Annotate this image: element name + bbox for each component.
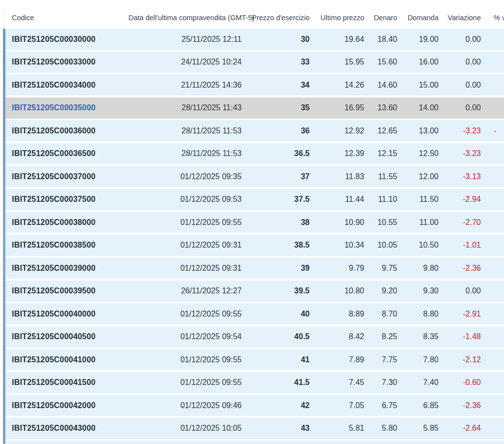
cell-last-trade-date: 01/12/2025 09:31 (128, 264, 242, 273)
cell-code[interactable]: IBIT251205C00040000 (5, 310, 128, 318)
table-row[interactable]: IBIT251205C00034000 21/11/2025 14:36 34 … (5, 74, 504, 95)
cell-bid: 8.70 (364, 310, 397, 318)
cell-code[interactable]: IBIT251205C00041000 (5, 355, 128, 364)
cell-last-price: 7.89 (310, 355, 364, 364)
cell-code[interactable]: IBIT251205C00030000 (5, 35, 128, 44)
cell-code[interactable]: IBIT251205C00041500 (5, 378, 128, 387)
cell-ask: 7.80 (397, 355, 439, 364)
cell-bid: 7.30 (364, 378, 397, 387)
table-row[interactable]: IBIT251205C00040500 01/12/2025 09:54 40.… (5, 326, 504, 348)
table-row[interactable]: IBIT251205C00035000 28/11/2025 11:43 35 … (5, 97, 504, 119)
table-row[interactable]: IBIT251205C00037000 01/12/2025 09:35 37 … (5, 166, 504, 187)
table-row[interactable]: IBIT251205C00040000 01/12/2025 09:55 40 … (5, 303, 504, 324)
table-row[interactable]: IBIT251205C00036500 28/11/2025 11:53 36.… (5, 143, 504, 164)
cell-change: -3.23 (439, 127, 481, 135)
cell-change: -2.64 (439, 424, 481, 433)
cell-strike-price: 41.5 (242, 378, 310, 387)
cell-code[interactable]: IBIT251205C00038500 (5, 241, 128, 250)
cell-last-price: 8.89 (310, 310, 364, 318)
cell-last-price: 5.81 (310, 424, 364, 433)
table-row[interactable]: IBIT251205C00038500 01/12/2025 09:31 38.… (5, 235, 504, 256)
cell-code[interactable]: IBIT251205C00033000 (5, 58, 128, 66)
cell-strike-price: 42 (242, 401, 310, 410)
cell-last-price: 12.39 (310, 149, 364, 158)
cell-last-trade-date: 01/12/2025 09:55 (128, 355, 242, 364)
cell-last-trade-date: 21/11/2025 14:36 (128, 81, 242, 90)
cell-bid: 5.80 (364, 424, 397, 433)
cell-change: -3.13 (439, 172, 481, 181)
cell-code[interactable]: IBIT251205C00042000 (5, 401, 128, 410)
cell-ask: 19.00 (397, 35, 439, 44)
cell-last-price: 15.95 (310, 58, 364, 66)
table-row[interactable]: IBIT251205C00030000 25/11/2025 12:11 30 … (5, 29, 504, 50)
column-header-last-trade: Data dell'ultima compravendita (GMT-5) (128, 14, 242, 22)
cell-change: -2.94 (439, 195, 481, 204)
cell-code[interactable]: IBIT251205C00034000 (5, 81, 128, 90)
cell-last-trade-date: 01/12/2025 10:05 (128, 424, 242, 433)
table-row[interactable]: IBIT251205C00041500 01/12/2025 09:55 41.… (5, 372, 504, 393)
cell-last-trade-date: 01/12/2025 09:53 (128, 195, 242, 204)
cell-last-trade-date: 24/11/2025 10:24 (128, 58, 242, 66)
cell-last-trade-date: 01/12/2025 09:55 (128, 310, 242, 318)
cell-code[interactable]: IBIT251205C00037000 (5, 172, 128, 181)
table-header-row: Codice Data dell'ultima compravendita (G… (5, 7, 504, 29)
cell-bid: 12.65 (364, 127, 397, 135)
cell-last-price: 10.34 (310, 241, 364, 250)
table-row[interactable]: IBIT251205C00042000 01/12/2025 09:46 42 … (5, 395, 504, 416)
cell-bid: 9.75 (364, 264, 397, 273)
table-row[interactable]: IBIT251205C00043000 01/12/2025 10:05 43 … (5, 418, 504, 439)
cell-change: -2.12 (439, 355, 481, 364)
cell-change: 0.00 (439, 58, 481, 66)
cell-last-trade-date: 01/12/2025 09:55 (128, 218, 242, 227)
table-body: IBIT251205C00030000 25/11/2025 12:11 30 … (5, 29, 504, 444)
column-header-ask: Domanda (397, 14, 439, 22)
table-row[interactable]: IBIT251205C00039000 01/12/2025 09:31 39 … (5, 257, 504, 279)
cell-last-trade-date: 28/11/2025 11:53 (128, 127, 242, 135)
cell-ask: 9.80 (397, 264, 439, 273)
cell-strike-price: 30 (242, 35, 310, 44)
cell-bid: 15.60 (364, 58, 397, 66)
cell-change: -0.60 (439, 378, 481, 387)
cell-change: -2.91 (439, 310, 481, 318)
cell-last-price: 8.42 (310, 332, 364, 341)
cell-code[interactable]: IBIT251205C00039500 (5, 286, 128, 295)
column-header-last-price: Ultimo prezzo (310, 14, 364, 22)
cell-code[interactable]: IBIT251205C00040500 (5, 332, 128, 341)
cell-last-price: 10.80 (310, 286, 364, 295)
cell-strike-price: 39.5 (242, 286, 310, 295)
cell-ask: 7.40 (397, 378, 439, 387)
cell-code[interactable]: IBIT251205C00039000 (5, 264, 128, 273)
cell-last-trade-date: 28/11/2025 11:53 (128, 149, 242, 158)
table-row[interactable]: IBIT251205C00036000 28/11/2025 11:53 36 … (5, 120, 504, 141)
cell-bid: 11.55 (364, 172, 397, 181)
cell-code[interactable]: IBIT251205C00038000 (5, 218, 128, 227)
column-header-codice: Codice (5, 14, 128, 22)
table-row[interactable]: IBIT251205C00033000 24/11/2025 10:24 33 … (5, 52, 504, 73)
cell-strike-price: 33 (242, 58, 310, 66)
cell-change: -1.01 (439, 241, 481, 250)
table-row[interactable]: IBIT251205C00037500 01/12/2025 09:53 37.… (5, 189, 504, 210)
cell-change: 0.00 (439, 286, 481, 295)
cell-bid: 11.10 (364, 195, 397, 204)
cell-bid: 9.20 (364, 286, 397, 295)
cell-strike-price: 40 (242, 310, 310, 318)
cell-last-trade-date: 01/12/2025 09:31 (128, 241, 242, 250)
cell-last-price: 7.45 (310, 378, 364, 387)
cell-code[interactable]: IBIT251205C00036500 (5, 149, 128, 158)
table-row[interactable] (5, 441, 504, 444)
cell-ask: 9.30 (397, 286, 439, 295)
cell-code[interactable]: IBIT251205C00043000 (5, 424, 128, 433)
table-row[interactable]: IBIT251205C00038000 01/12/2025 09:55 38 … (5, 212, 504, 233)
cell-strike-price: 35 (242, 103, 310, 112)
cell-change: -2.36 (439, 264, 481, 273)
cell-code[interactable]: IBIT251205C00037500 (5, 195, 128, 204)
cell-ask: 6.85 (397, 401, 439, 410)
table-row[interactable]: IBIT251205C00039500 26/11/2025 12:27 39.… (5, 281, 504, 302)
cell-code[interactable]: IBIT251205C00036000 (5, 127, 128, 135)
column-header-pct-change: % v (481, 14, 504, 22)
cell-ask: 5.85 (397, 424, 439, 433)
cell-code[interactable]: IBIT251205C00035000 (5, 103, 128, 112)
cell-bid: 6.75 (364, 401, 397, 410)
table-row[interactable]: IBIT251205C00041000 01/12/2025 09:55 41 … (5, 349, 504, 370)
cell-ask: 11.00 (397, 218, 439, 227)
